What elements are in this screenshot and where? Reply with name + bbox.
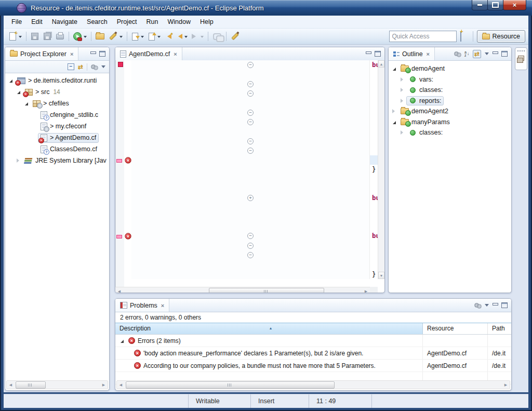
drag-handle-icon[interactable] [517,49,525,52]
expander-open-icon[interactable] [15,90,22,94]
code-line-6[interactable]: classes: [370,108,378,117]
back-button[interactable] [174,31,190,42]
expander-open-icon[interactable] [23,101,30,105]
minimize-view-icon[interactable] [493,51,498,56]
scroll-right-icon[interactable]: ▶ [100,381,108,389]
code-line-5[interactable]: string =>"myValue"; [370,98,378,108]
brush-button[interactable] [229,31,242,42]
code-line-7[interactable]: "someLocalClass" [370,117,378,127]
code-line-2[interactable] [370,70,378,79]
expander-closed-icon[interactable] [399,130,406,135]
menu-edit[interactable]: Edit [26,17,47,27]
problem-row[interactable]: According to our company policies, a bun… [115,360,511,372]
editor-tab-close-icon[interactable]: × [174,51,177,57]
scroll-right-icon[interactable]: ▶ [502,381,510,389]
tab-agentdemo-cf[interactable]: AgentDemo.cf × [115,47,182,60]
fold-collapse-icon[interactable]: − [247,119,254,125]
prev-annotation-button[interactable] [146,31,163,42]
tree-item-cfengine-stdlib-c[interactable]: cfengine_stdlib.c [5,109,109,121]
scroll-right-icon[interactable]: ▶ [362,287,370,293]
expander-closed-icon[interactable] [399,99,406,103]
next-annotation-button[interactable] [129,31,146,42]
fold-collapse-icon[interactable]: − [247,110,254,116]
minimize-view-icon[interactable] [90,51,96,56]
scroll-thumb[interactable] [209,288,324,293]
problem-row[interactable]: 'body action measure_performance' declar… [115,347,511,360]
new-button[interactable] [7,31,24,42]
focus-icon[interactable] [474,303,481,308]
fold-collapse-icon[interactable]: − [247,252,254,258]
code-line-3[interactable]: vars: [370,79,378,89]
prev-annotation-dropdown-icon[interactable] [157,36,161,39]
tree-item-classes[interactable]: classes: [389,127,511,138]
code-line-18[interactable] [370,222,378,231]
expander-open-icon[interactable] [118,339,126,343]
column-description[interactable]: ▲Description [115,323,423,334]
menu-navigate[interactable]: Navigate [47,17,82,27]
outline-tab-close-icon[interactable]: × [427,51,430,57]
menu-search[interactable]: Search [82,17,112,27]
tab-problems[interactable]: Problems × [115,299,169,312]
scroll-up-icon[interactable]: ▲ [378,60,384,68]
expander-closed-icon[interactable] [15,158,22,163]
maximize-view-icon[interactable] [501,51,508,57]
fold-collapse-icon[interactable]: − [247,138,254,144]
print-button[interactable] [54,31,66,43]
code-line-9[interactable]: reports: [370,136,378,145]
fold-collapse-icon[interactable]: − [247,233,254,239]
tree-item-src[interactable]: > src14 [5,86,109,98]
minimize-view-icon[interactable] [366,51,371,56]
scroll-left-icon[interactable]: ◀ [7,381,15,389]
editor-overview-ruler[interactable] [115,60,124,287]
menu-file[interactable]: File [7,17,26,27]
view-menu-icon[interactable] [485,52,489,57]
fold-collapse-icon[interactable]: − [247,62,254,68]
tree-item-demoagent2[interactable]: demoAgent2 [389,106,511,117]
title-bar[interactable]: Resource - de.itemis.cfeditor.runtime.te… [0,0,532,16]
tab-outline[interactable]: Outline × [389,47,435,60]
expander-open-icon[interactable] [7,78,15,83]
problem-group-row[interactable]: Errors (2 items) [115,335,511,347]
tab-project-explorer[interactable]: Project Explorer × [5,47,78,60]
close-button[interactable]: × [503,0,526,10]
expander-closed-icon[interactable] [399,77,406,82]
error-marker[interactable] [116,159,122,163]
minimize-view-icon[interactable] [493,303,498,308]
project-explorer-tab-close-icon[interactable]: × [70,51,73,57]
code-line-13[interactable] [370,175,378,184]
next-annotation-dropdown-icon[interactable] [141,36,144,39]
code-line-19[interactable]: bundle agent manyParams(p1,p2,p3,p4,p5,p… [370,231,378,241]
menu-run[interactable]: Run [142,17,163,27]
tree-item-demoagent[interactable]: demoAgent [389,63,511,74]
open-folder-button[interactable] [94,30,107,43]
maximize-view-icon[interactable] [99,51,105,57]
restore-view-icon[interactable] [518,56,524,61]
code-line-14[interactable] [370,184,378,193]
error-marker-icon[interactable] [125,233,131,239]
column-path[interactable]: Path [488,323,511,334]
tree-item-classesdemo-cf[interactable]: ClassesDemo.cf [5,143,109,155]
code-line-23[interactable]: } [370,270,378,279]
code-line-10[interactable]: someLocalClass:: "This is a report" [370,146,378,155]
view-menu-icon[interactable] [485,304,489,309]
quick-access-input[interactable] [389,31,457,42]
expander-closed-icon[interactable] [391,109,398,113]
fold-collapse-icon[interactable]: − [247,90,254,97]
project-explorer-hscrollbar[interactable]: ◀ ▶ [6,380,108,389]
maximize-view-icon[interactable] [375,51,381,57]
link-with-editor-icon[interactable]: ⇄ [473,50,481,58]
back-dropdown-icon[interactable] [184,36,188,39]
minimize-button[interactable] [472,0,488,10]
maximize-button[interactable] [487,0,503,10]
error-marker[interactable] [116,235,122,238]
last-edit-location-button[interactable] [163,31,174,42]
resource-perspective-button[interactable]: Resource [477,30,526,43]
minimized-view-bar[interactable] [515,47,527,70]
editor-hscrollbar[interactable]: ◀ ▶ [115,287,370,293]
run-dropdown-icon[interactable] [84,36,87,39]
expander-closed-icon[interactable] [399,88,406,92]
column-resource[interactable]: Resource [423,323,488,334]
code-line-4[interactable]: someCommonClass:: "myVar" [370,89,378,98]
tree-item-de-itemis-cfeditor-runti[interactable]: > de.itemis.cfeditor.runti [5,75,109,86]
view-menu-icon[interactable] [101,65,105,70]
